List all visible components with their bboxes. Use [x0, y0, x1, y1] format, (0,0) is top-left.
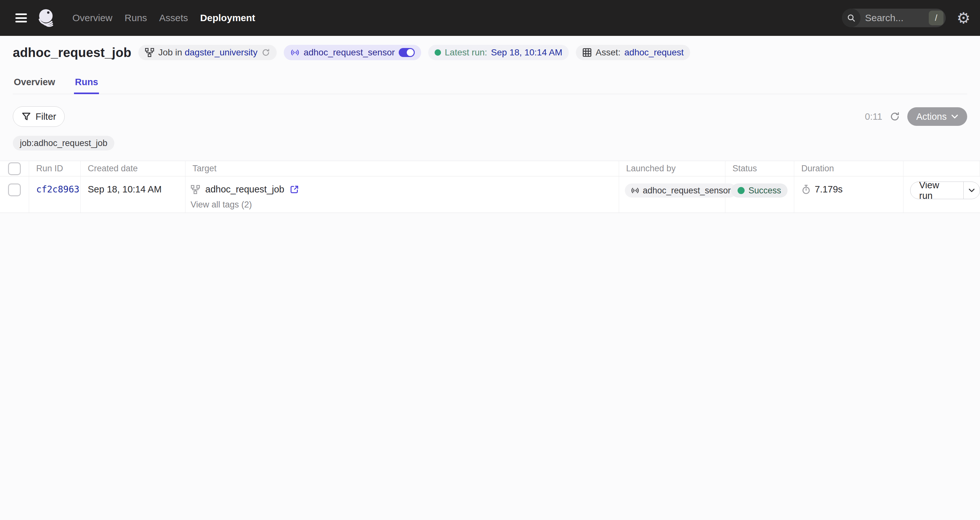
actions-button-label: Actions: [916, 111, 947, 122]
view-all-tags-link[interactable]: View all tags (2): [191, 200, 252, 210]
launched-by-cell: adhoc_request_sensor: [619, 177, 725, 213]
active-filters-row: job:adhoc_request_job: [13, 136, 967, 151]
asset-pill-label: Asset:: [596, 48, 620, 58]
latest-run-pill: Latest run: Sep 18, 10:14 AM: [428, 45, 569, 60]
launched-by-value: adhoc_request_sensor: [643, 186, 731, 196]
launched-by-tag[interactable]: adhoc_request_sensor: [625, 183, 737, 197]
duration-cell: 7.179s: [794, 177, 904, 213]
sensor-icon: [290, 48, 300, 57]
nav-link-overview[interactable]: Overview: [72, 13, 112, 23]
menu-icon[interactable]: [13, 11, 29, 24]
page-title: adhoc_request_job: [13, 46, 131, 60]
nav-link-deployment[interactable]: Deployment: [200, 13, 255, 23]
sensor-toggle[interactable]: [399, 48, 415, 57]
top-nav: Overview Runs Assets Deployment / ⚙: [0, 0, 980, 36]
column-header-duration: Duration: [794, 161, 904, 177]
job-icon: [191, 185, 200, 194]
column-header-launched-by: Launched by: [619, 161, 725, 177]
nav-links: Overview Runs Assets Deployment: [72, 13, 255, 23]
dagster-logo-icon[interactable]: [37, 8, 57, 28]
job-location-pill: Job in dagster_university: [138, 45, 277, 60]
column-header-actions: [904, 161, 980, 177]
created-date-value: Sep 18, 10:14 AM: [88, 184, 162, 195]
nav-link-assets[interactable]: Assets: [159, 13, 188, 23]
filter-chip-job[interactable]: job:adhoc_request_job: [13, 136, 115, 151]
run-id-cell: cf2c8963: [29, 177, 81, 213]
job-pill-prefix: Job in: [158, 48, 182, 57]
select-all-cell: [0, 161, 29, 177]
nav-link-runs[interactable]: Runs: [124, 13, 147, 23]
filter-button-label: Filter: [35, 111, 56, 122]
row-select-cell: [0, 177, 29, 213]
sensor-pill: adhoc_request_sensor: [284, 45, 421, 60]
reload-icon[interactable]: [261, 48, 270, 57]
view-run-menu-button[interactable]: [963, 182, 980, 199]
chevron-down-icon: [969, 188, 975, 192]
view-run-split-button: View run: [910, 181, 980, 199]
stopwatch-icon: [801, 184, 811, 195]
filter-icon: [21, 112, 31, 121]
row-checkbox[interactable]: [8, 183, 21, 196]
view-run-button[interactable]: View run: [910, 182, 963, 199]
latest-run-status-dot: [434, 49, 441, 56]
tab-overview[interactable]: Overview: [13, 76, 56, 94]
page-header: adhoc_request_job Job in dagster_univers…: [13, 45, 967, 60]
target-job-name[interactable]: adhoc_request_job: [205, 184, 285, 195]
column-header-target: Target: [185, 161, 619, 177]
actions-button[interactable]: Actions: [907, 107, 967, 126]
search-icon: [842, 9, 861, 27]
select-all-checkbox[interactable]: [8, 162, 21, 175]
latest-run-label: Latest run:: [445, 48, 487, 58]
code-location-link[interactable]: dagster_university: [185, 48, 258, 57]
asset-link[interactable]: adhoc_request: [625, 48, 684, 58]
column-header-created-date: Created date: [81, 161, 185, 177]
latest-run-link[interactable]: Sep 18, 10:14 AM: [491, 48, 562, 58]
gear-icon[interactable]: ⚙: [957, 10, 970, 25]
refresh-countdown: 0:11: [865, 111, 882, 122]
chevron-down-icon: [951, 114, 958, 119]
open-in-new-icon[interactable]: [290, 185, 299, 194]
status-cell: Success: [725, 177, 794, 213]
asset-pill: Asset: adhoc_request: [576, 45, 690, 60]
sensor-icon: [631, 186, 640, 195]
status-dot: [738, 187, 745, 194]
column-header-status: Status: [725, 161, 794, 177]
tab-bar: Overview Runs: [13, 76, 967, 94]
column-header-run-id: Run ID: [29, 161, 81, 177]
search-input-wrap[interactable]: /: [842, 9, 946, 27]
refresh-icon: [889, 111, 900, 122]
duration-value: 7.179s: [815, 184, 843, 195]
search-shortcut-key: /: [929, 11, 943, 25]
target-cell: adhoc_request_job View all tags (2): [185, 177, 619, 213]
tab-runs[interactable]: Runs: [74, 76, 99, 94]
filter-button[interactable]: Filter: [13, 106, 65, 127]
asset-grid-icon: [582, 48, 592, 57]
refresh-button[interactable]: [889, 111, 900, 122]
runs-table: Run ID Created date Target Launched by S…: [0, 161, 980, 213]
status-badge: Success: [731, 183, 788, 197]
search-input[interactable]: [865, 13, 929, 23]
job-icon: [145, 48, 154, 57]
runs-toolbar: Filter 0:11 Actions: [13, 106, 967, 127]
created-date-cell: Sep 18, 10:14 AM: [81, 177, 185, 213]
run-id-link[interactable]: cf2c8963: [36, 184, 80, 195]
row-actions-cell: View run: [904, 177, 980, 213]
status-value: Success: [748, 186, 781, 196]
sensor-link[interactable]: adhoc_request_sensor: [304, 48, 395, 58]
